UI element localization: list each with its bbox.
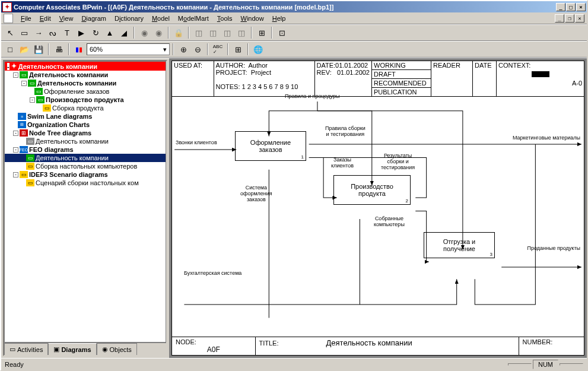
tree-node[interactable]: ▭Сборка настольных компьютеров	[5, 162, 166, 170]
num-lock-indicator: NUM	[533, 360, 558, 369]
mm-btn-1[interactable]: ◉	[138, 26, 151, 39]
status-text: Ready	[5, 361, 24, 368]
color-button[interactable]: ▮▮	[72, 43, 85, 56]
maximize-button[interactable]: □	[566, 3, 576, 11]
mm-btn-6[interactable]: ◫	[235, 26, 248, 39]
arrow-label: Правила и процедуры	[285, 93, 339, 99]
tree-node[interactable]: ▭Сценарий сборки настольных ком	[5, 179, 166, 187]
zoom-out-button[interactable]: ⊖	[191, 43, 204, 56]
menu-diagram[interactable]: Diagram	[77, 14, 110, 23]
tree[interactable]: - ✦ Деятельность компании -▭Деятельность…	[4, 61, 166, 343]
menu-help[interactable]: Help	[268, 14, 290, 23]
arrow-label: Система оформления заказов	[240, 185, 272, 202]
canvas-area: USED AT: AUTHOR: Author PROJECT: Project…	[169, 58, 587, 358]
tree-node[interactable]: ▭Сборка продукта	[5, 104, 166, 112]
tree-node[interactable]: -▭Деятельность компании	[5, 79, 166, 87]
tree-node[interactable]: ▭Оформление заказов	[5, 87, 166, 96]
print-button[interactable]: 🖶	[52, 43, 65, 56]
model-explorer: - ✦ Деятельность компании -▭Деятельность…	[3, 60, 167, 356]
spellcheck-button[interactable]: ABC✓	[211, 43, 224, 56]
menubar: File Edit View Diagram Dictionary Model …	[1, 12, 587, 24]
menu-model[interactable]: Model	[148, 14, 174, 23]
activity-tool[interactable]: ▭	[18, 26, 31, 39]
arrow-label: Бухгалтерская система	[184, 270, 241, 276]
dropdown-icon: ▾	[163, 46, 167, 53]
app-icon: ✦	[2, 2, 12, 12]
open-button[interactable]: 📂	[18, 43, 31, 56]
globe-button[interactable]: 🌐	[252, 43, 265, 56]
toolbar-2: □ 📂 💾 🖶 ▮▮ 60% ▾ ⊕ ⊖ ABC✓ ⊞ 🌐	[1, 41, 587, 58]
arrow-label: Маркетинговые материалы	[513, 135, 580, 141]
mm-btn-5[interactable]: ◫	[221, 26, 234, 39]
arrow-label: Звонки клиентов	[176, 139, 217, 145]
arrow-label: Результаты сборки и тестирования	[381, 153, 415, 170]
text-tool[interactable]: T	[61, 26, 74, 39]
statusbar: Ready NUM	[1, 358, 587, 370]
minimize-button[interactable]: _	[556, 3, 565, 11]
menu-window[interactable]: Window	[237, 14, 268, 23]
menu-view[interactable]: View	[55, 14, 78, 23]
save-button[interactable]: 💾	[32, 43, 45, 56]
new-button[interactable]: □	[4, 43, 17, 56]
mdi-icon[interactable]	[4, 14, 13, 23]
mm-btn-8[interactable]: ⊡	[275, 26, 288, 39]
lock-button[interactable]: 🔒	[172, 26, 185, 39]
activity-box-2[interactable]: Производство продукта2	[333, 175, 411, 205]
zoom-value: 60%	[90, 46, 103, 53]
mdi-minimize-button[interactable]: _	[555, 14, 564, 23]
footer-block: NODE:A0F TITLE:Деятельность компании NUM…	[172, 337, 584, 355]
explorer-button[interactable]: ⊞	[231, 43, 244, 56]
activity-box-3[interactable]: Отгрузка и получение3	[424, 232, 495, 258]
menu-edit[interactable]: Edit	[36, 14, 55, 23]
arrow-label: Проданные продукты	[527, 245, 580, 251]
close-button[interactable]: ×	[576, 3, 586, 11]
activity-box-1[interactable]: Оформление заказов1	[235, 131, 306, 161]
mm-btn-3[interactable]: ◫	[192, 26, 205, 39]
menu-modelmart[interactable]: ModelMart	[174, 14, 213, 23]
menu-file[interactable]: File	[17, 14, 36, 23]
mm-btn-4[interactable]: ◫	[206, 26, 220, 39]
pointer-tool[interactable]: ↖	[4, 26, 17, 39]
up-tool[interactable]: ▲	[103, 26, 116, 39]
tab-diagrams[interactable]: ▣ Diagrams	[48, 343, 96, 355]
titlebar: ✦ Computer Associates BPwin - [(A0F) Дея…	[1, 1, 587, 12]
menu-tools[interactable]: Tools	[213, 14, 237, 23]
arrow-tool[interactable]: →	[32, 26, 45, 39]
inverse-tool[interactable]: ◢	[117, 26, 131, 39]
tree-node[interactable]: -▭Производство продукта	[5, 96, 166, 104]
mm-btn-2[interactable]: ◉	[152, 26, 165, 39]
tree-node[interactable]: ⊞Organization Charts	[5, 121, 166, 129]
tree-node[interactable]: -FEOFEO diagrams	[5, 145, 166, 154]
tree-node[interactable]: -▭Деятельность компании	[5, 71, 166, 79]
tree-node[interactable]: -▭IDEF3 Scenario diagrams	[5, 170, 166, 179]
zoom-in-button[interactable]: ⊕	[177, 43, 190, 56]
mdi-close-button[interactable]: ×	[575, 14, 584, 23]
arrow-label: Правила сборки и тестирования	[325, 125, 365, 137]
toolbar-1: ↖ ▭ → ᔓ T ▶ ↻ ▲ ◢ ◉ ◉ 🔒 ◫ ◫ ◫ ◫ ⊞ ⊡	[1, 24, 587, 41]
window-title: Computer Associates BPwin - [(A0F) Деяте…	[14, 4, 556, 11]
tree-node-selected[interactable]: ▭Деятельность компании	[5, 154, 166, 162]
mdi-restore-button[interactable]: ❐	[565, 14, 574, 23]
tree-node[interactable]: ≡Swim Lane diagrams	[5, 112, 166, 121]
tab-activities[interactable]: ▭ Activities	[4, 343, 48, 355]
nav-tool[interactable]: ▶	[75, 26, 88, 39]
mm-btn-7[interactable]: ⊞	[255, 26, 268, 39]
arrow-label: Заказы клиентов	[331, 157, 354, 169]
diagram-canvas[interactable]: USED AT: AUTHOR: Author PROJECT: Project…	[171, 61, 584, 356]
diagram-body: Правила и процедуры Звонки клиентов Марк…	[172, 91, 584, 331]
redo-tool[interactable]: ↻	[89, 26, 102, 39]
zoom-combo[interactable]: 60% ▾	[87, 43, 170, 55]
squiggle-tool[interactable]: ᔓ	[46, 26, 59, 39]
tree-node[interactable]: -⊞Node Tree diagrams	[5, 129, 166, 137]
arrow-label: Собранные компьютеры	[374, 215, 405, 227]
tab-objects[interactable]: ◉ Objects	[97, 343, 137, 355]
explorer-tabs: ▭ Activities ▣ Diagrams ◉ Objects	[4, 343, 166, 355]
tree-node[interactable]: ▭Деятельность компании	[5, 137, 166, 145]
menu-dictionary[interactable]: Dictionary	[110, 14, 148, 23]
tree-root[interactable]: - ✦ Деятельность компании	[5, 62, 166, 71]
